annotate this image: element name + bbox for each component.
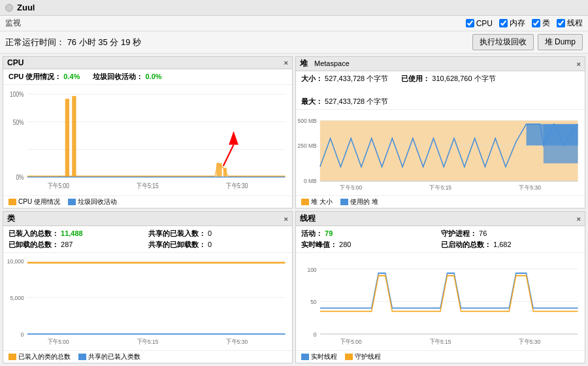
gc-button[interactable]: 执行垃圾回收 [472,34,534,50]
cb-thread-label: 线程 [567,18,583,29]
cb-class[interactable] [532,19,540,27]
svg-text:下午5:30: 下午5:30 [519,338,540,345]
classes-panel: 类 × 已装入的总数： 11,488 共享的已装入数： 0 已卸载的总数： 28… [3,211,293,363]
status-bar: 正常运行时间： 76 小时 35 分 19 秒 执行垃圾回收 堆 Dump [0,31,588,54]
uptime-display: 正常运行时间： 76 小时 35 分 19 秒 [5,37,141,48]
classes-stat1: 已装入的总数： 11,488 [8,229,147,239]
heap-used-value: 310,628,760 个字节 [432,75,495,82]
heap-close-btn[interactable]: × [577,60,581,68]
heap-subheader: 大小： 527,433,728 个字节 已使用： 310,628,760 个字节… [296,71,585,110]
classes-close-btn[interactable]: × [284,215,288,223]
heap-legend: 堆 大小 使用的 堆 [296,195,585,208]
svg-rect-0 [3,85,292,195]
cb-cpu-item[interactable]: CPU [466,19,493,28]
classes-chart-area: 10,000 5,000 0 下午5:00 下午5:15 下午5:30 [3,253,292,350]
svg-text:50%: 50% [13,118,24,125]
threads-close-btn[interactable]: × [577,215,581,223]
cpu-stat1-value: 0.4% [63,73,80,80]
cb-class-label: 类 [542,18,550,29]
threads-legend-daemon-color [345,354,353,360]
classes-subheader: 已装入的总数： 11,488 共享的已装入数： 0 已卸载的总数： 287 共享… [3,226,292,253]
toolbar-right: CPU 内存 类 线程 [466,18,583,29]
monitor-label: 监视 [5,18,21,29]
cb-cpu-label: CPU [476,19,493,28]
cpu-panel-title: CPU [7,58,24,67]
uptime-label: 正常运行时间： [5,37,65,47]
heap-stat2: 已使用： 310,628,760 个字节 [401,74,495,84]
svg-rect-11 [65,99,69,177]
threads-active-label: 活动： [301,229,323,237]
cb-mem-label: 内存 [510,18,525,29]
cpu-legend: CPU 使用情况 垃圾回收活动 [3,195,292,208]
threads-legend-live: 实时线程 [301,352,337,361]
panels-grid: CPU × CPU 使用情况： 0.4% 垃圾回收活动： 0.0% [0,54,588,366]
classes-loaded-value: 11,488 [61,229,83,237]
heap-chart-area: 500 MB 250 MB 0 MB 下午5:00 下午5:15 下午5:30 [296,110,585,195]
threads-stat1: 活动： 79 [301,229,440,239]
cpu-stat2: 垃圾回收活动： 0.0% [93,72,161,82]
classes-legend-shared-color [78,354,86,360]
classes-panel-title: 类 [7,213,15,224]
classes-legend: 已装入的类的总数 共享的已装入类数 [3,350,292,363]
cpu-panel-header: CPU × [3,57,292,69]
threads-subheader: 活动： 79 守护进程： 76 实时峰值： 280 已启动的总数： 1,682 [296,226,585,253]
cb-mem-item[interactable]: 内存 [499,18,525,29]
heap-legend-size-color [301,199,309,205]
svg-text:500 MB: 500 MB [298,118,317,124]
heap-chart: 500 MB 250 MB 0 MB 下午5:00 下午5:15 下午5:30 [296,110,585,195]
svg-text:下午5:30: 下午5:30 [226,338,248,345]
cb-mem[interactable] [499,19,508,27]
cpu-stat1-label: CPU 使用情况： [8,73,61,80]
svg-text:0%: 0% [16,173,24,181]
heap-legend-size-label: 堆 大小 [311,197,333,207]
cb-cpu[interactable] [466,19,474,27]
svg-text:下午5:30: 下午5:30 [519,184,541,191]
svg-text:下午5:00: 下午5:00 [48,182,70,190]
classes-chart: 10,000 5,000 0 下午5:00 下午5:15 下午5:30 [3,253,292,350]
classes-legend-shared: 共享的已装入类数 [78,352,140,361]
threads-total-value: 1,682 [493,241,512,248]
svg-text:下午5:15: 下午5:15 [137,338,159,345]
action-buttons: 执行垃圾回收 堆 Dump [472,34,583,50]
cpu-legend-gc-label: 垃圾回收活动 [78,197,117,207]
svg-rect-31 [3,253,292,350]
cpu-panel: CPU × CPU 使用情况： 0.4% 垃圾回收活动： 0.0% [3,56,293,208]
threads-legend: 实时线程 守护线程 [296,350,585,363]
cpu-legend-gc-color [68,199,76,205]
threads-chart-area: 100 50 0 下午5:00 下午5:15 下午5:30 [296,253,585,350]
threads-legend-daemon: 守护线程 [345,352,381,361]
threads-legend-live-label: 实时线程 [311,352,337,361]
svg-text:5,000: 5,000 [10,294,24,301]
uptime-value: 76 小时 35 分 19 秒 [67,37,141,47]
classes-panel-header: 类 × [3,212,292,226]
cpu-stat1: CPU 使用情况： 0.4% [8,72,80,82]
app-title: Zuul [17,3,35,12]
svg-text:0: 0 [314,331,317,338]
heap-max-label: 最大： [301,97,323,105]
heap-legend-used-label: 使用的 堆 [350,197,378,207]
threads-daemon-label: 守护进程： [441,229,477,237]
svg-rect-12 [72,96,76,177]
checkbox-group: CPU 内存 类 线程 [466,18,583,29]
threads-active-value: 79 [325,229,333,237]
svg-text:下午5:00: 下午5:00 [48,338,69,345]
classes-legend-total: 已装入的类的总数 [8,352,71,361]
classes-loaded-label: 已装入的总数： [8,229,59,237]
svg-text:100%: 100% [10,90,24,98]
threads-peak-label: 实时峰值： [301,241,337,248]
cb-class-item[interactable]: 类 [532,18,550,29]
classes-stat2: 共享的已装入数： 0 [148,229,287,239]
heap-size-label: 大小： [301,75,323,82]
dump-button[interactable]: 堆 Dump [538,34,583,50]
classes-legend-total-label: 已装入的类的总数 [18,352,71,361]
cpu-legend-cpu-label: CPU 使用情况 [18,197,60,207]
threads-total-label: 已启动的总数： [441,241,491,248]
classes-unloaded-label: 已卸载的总数： [8,241,59,248]
heap-legend-size: 堆 大小 [301,197,333,207]
threads-peak-value: 280 [339,241,351,248]
cpu-close-btn[interactable]: × [284,59,288,67]
cpu-legend-cpu: CPU 使用情况 [8,197,60,207]
cb-thread[interactable] [557,19,565,27]
heap-used-label: 已使用： [401,75,430,82]
cb-thread-item[interactable]: 线程 [557,18,583,29]
